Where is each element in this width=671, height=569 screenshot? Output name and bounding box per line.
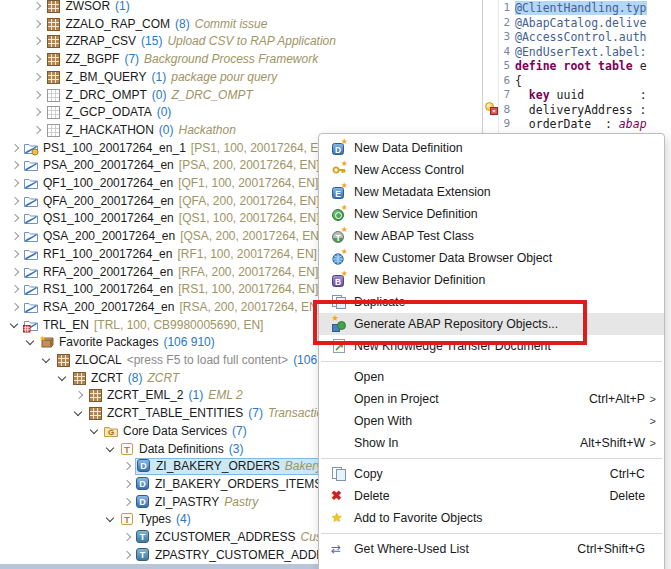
tree-row[interactable]: PSA_200_20017264_en[PSA, 200, 20017264, … <box>8 156 325 174</box>
tree-row[interactable]: ZWSOR(1) <box>30 0 134 15</box>
context-menu: D★New Data Definition★New Access Control… <box>318 133 665 569</box>
chevron-right-icon[interactable] <box>120 495 133 509</box>
chevron-right-icon[interactable] <box>8 282 21 296</box>
tree-row-text: [RFA, 200, 20017264, EN] <box>178 265 318 279</box>
chevron-right-icon[interactable] <box>30 34 43 48</box>
menu-item[interactable]: CopyCtrl+C <box>319 463 664 485</box>
tree-row[interactable]: TTypes(4) <box>104 510 196 528</box>
chevron-right-icon[interactable] <box>30 88 43 102</box>
menu-item[interactable]: Show InAlt+Shift+W> <box>319 432 664 454</box>
menu-item[interactable]: ⇄Get Where-Used ListCtrl+Shift+G <box>319 538 664 560</box>
chevron-right-icon[interactable] <box>30 17 43 31</box>
menu-item[interactable]: B★New Behavior Definition <box>319 269 664 291</box>
chevron-right-icon[interactable] <box>8 265 21 279</box>
tree-row-text: ZCRT <box>147 371 179 385</box>
quickfix-error-icon[interactable]: × <box>484 102 498 115</box>
tree-row[interactable]: TRL_EN[TRL, 100, CB9980005690, EN] <box>8 316 268 334</box>
chevron-down-icon[interactable] <box>104 512 117 526</box>
tree-row[interactable]: QS1_100_20017264_en[QS1, 100, 20017264, … <box>8 209 325 227</box>
tree-row-text: Z_DRC_OMPT <box>171 88 252 102</box>
tree-row[interactable]: PS1_100_20017264_en_1[PS1, 100, 20017264… <box>8 139 335 157</box>
menu-item[interactable]: ★New Service Definition <box>319 203 664 225</box>
chevron-right-icon[interactable] <box>120 477 133 491</box>
menu-item[interactable]: ★New Access Control <box>319 159 664 181</box>
tree-row[interactable]: DZI_BAKERY_ORDERS_ITEMSBa <box>120 475 347 493</box>
no-icon <box>331 369 348 385</box>
tree-row[interactable]: QF1_100_20017264_en[QF1, 100, 20017264, … <box>8 174 323 192</box>
menu-item[interactable]: ★Add to Favorite Objects <box>319 507 664 529</box>
chevron-right-icon[interactable] <box>8 247 21 261</box>
menu-item-shortcut: Ctrl+Alt+P <box>589 392 645 406</box>
chevron-right-icon[interactable] <box>120 548 133 562</box>
chevron-right-icon[interactable] <box>8 158 21 172</box>
menu-item[interactable]: E★New Metadata Extension <box>319 181 664 203</box>
tree-row[interactable]: Z_BM_QUERY(1)package pour query <box>30 68 282 86</box>
menu-item-label: New ABAP Test Class <box>354 229 633 243</box>
tree-row[interactable]: RSA_200_20017264_en[RSA, 200, 20017264, … <box>8 298 326 316</box>
line-number: 5 <box>499 59 510 74</box>
chevron-right-icon[interactable] <box>120 459 133 473</box>
chevron-right-icon[interactable] <box>8 176 21 190</box>
menu-item[interactable]: D★New Data Definition <box>319 137 664 159</box>
chevron-down-icon[interactable] <box>56 371 69 385</box>
tree-row[interactable]: ★Favorite Packages(106 910) <box>24 333 220 351</box>
tree-row-text: Commit issue <box>195 17 268 31</box>
tree-row[interactable]: Z_GCP_ODATA(0) <box>30 103 176 121</box>
tree-row[interactable]: ZCRT_EML_2(1)EML 2 <box>72 386 248 404</box>
abap-project-error-icon <box>23 317 39 333</box>
menu-item[interactable]: Open With> <box>319 410 664 432</box>
chevron-down-icon[interactable] <box>104 442 117 456</box>
new-service-definition-icon: ★ <box>331 206 348 222</box>
menu-item[interactable]: ★New Customer Data Browser Object <box>319 247 664 269</box>
chevron-right-icon[interactable] <box>120 530 133 544</box>
chevron-down-icon[interactable] <box>8 318 21 332</box>
tree-row-text: QS1_100_20017264_en <box>43 211 174 225</box>
tree-row[interactable]: ZZRAP_CSV(15)Upload CSV to RAP Applicati… <box>30 32 341 50</box>
tree-row[interactable]: QSA_200_20017264_en[QSA, 200, 20017264, … <box>8 227 327 245</box>
code-line: 1@ClientHandling.typ <box>499 1 671 16</box>
menu-item[interactable]: T★New ABAP Test Class <box>319 225 664 247</box>
chevron-right-icon[interactable] <box>30 70 43 84</box>
tree-row[interactable]: RFA_200_20017264_en[RFA, 200, 20017264, … <box>8 263 323 281</box>
chevron-right-icon[interactable] <box>8 194 21 208</box>
tree-row[interactable]: QFA_200_20017264_en[QFA, 200, 20017264, … <box>8 192 325 210</box>
chevron-right-icon[interactable] <box>30 0 43 13</box>
chevron-down-icon[interactable] <box>88 424 101 438</box>
tree-row[interactable]: ZLOCAL<press F5 to load full content>(10… <box>40 351 332 369</box>
chevron-down-icon[interactable] <box>40 353 53 367</box>
tree-row[interactable]: RS1_100_20017264_en[RS1, 100, 20017264, … <box>8 280 323 298</box>
chevron-right-icon[interactable] <box>8 229 21 243</box>
chevron-right-icon[interactable] <box>30 123 43 137</box>
tree-row-text: [QS1, 100, 20017264, EN] <box>179 211 320 225</box>
chevron-right-icon[interactable] <box>8 300 21 314</box>
tree-row[interactable]: TZPASTRY_CUSTOMER_ADDRES <box>120 546 346 564</box>
chevron-right-icon[interactable] <box>30 52 43 66</box>
chevron-right-icon[interactable] <box>8 211 21 225</box>
chevron-right-icon[interactable] <box>8 141 21 155</box>
chevron-down-icon[interactable] <box>72 406 85 420</box>
svg-text:★: ★ <box>39 334 46 343</box>
menu-item[interactable]: Open in ProjectCtrl+Alt+P> <box>319 388 664 410</box>
code-text: define root table e <box>515 59 647 74</box>
menu-item[interactable]: ✖DeleteDelete <box>319 485 664 507</box>
tree-row[interactable]: TData Definitions(3) <box>104 440 248 458</box>
tree-row[interactable]: Z_DRC_OMPT(0)Z_DRC_OMPT <box>30 86 257 104</box>
tree-row-text: package pour query <box>171 70 277 84</box>
tree-row[interactable]: DZI_PASTRYPastry <box>120 493 263 511</box>
chevron-right-icon[interactable] <box>30 105 43 119</box>
tree-row[interactable]: ZCRT(8)ZCRT <box>56 369 184 387</box>
abap-project-icon <box>23 281 39 297</box>
tree-row[interactable]: TZCUSTOMER_ADDRESSCusto <box>120 528 337 546</box>
where-used-icon: ⇄ <box>331 541 348 557</box>
tree-row[interactable]: ZCRT_TABLE_ENTITIES(7)Transactiona <box>72 404 341 422</box>
menu-item[interactable]: Open <box>319 366 664 388</box>
tree-row[interactable]: GCore Data Services(7) <box>88 422 252 440</box>
chevron-down-icon[interactable] <box>24 335 37 349</box>
no-icon <box>331 413 348 429</box>
tree-row[interactable]: ZZ_BGPF(7)Background Process Framework <box>30 50 323 68</box>
tree-row[interactable]: RF1_100_20017264_en[RF1, 100, 20017264, … <box>8 245 322 263</box>
tree-row[interactable]: Z_HACKATHON(0)Hackathon <box>30 121 241 139</box>
submenu-arrow-icon: > <box>645 393 656 405</box>
tree-row[interactable]: ZZALO_RAP_COM(8)Commit issue <box>30 15 272 33</box>
chevron-right-icon[interactable] <box>72 388 85 402</box>
